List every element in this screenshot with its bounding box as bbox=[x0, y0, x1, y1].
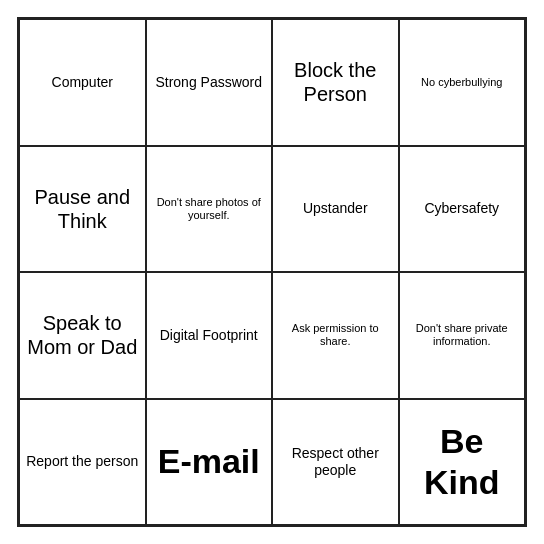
cell-text-r0c0: Computer bbox=[52, 74, 113, 91]
cell-r3c2: Respect other people bbox=[272, 399, 399, 526]
cell-r3c1: E-mail bbox=[146, 399, 273, 526]
cell-r2c0: Speak to Mom or Dad bbox=[19, 272, 146, 399]
cell-text-r0c2: Block the Person bbox=[277, 58, 394, 106]
cell-text-r3c2: Respect other people bbox=[277, 445, 394, 479]
cell-text-r1c1: Don't share photos of yourself. bbox=[151, 196, 268, 222]
cell-r2c1: Digital Footprint bbox=[146, 272, 273, 399]
cell-r0c2: Block the Person bbox=[272, 19, 399, 146]
cell-r1c1: Don't share photos of yourself. bbox=[146, 146, 273, 273]
cell-text-r1c2: Upstander bbox=[303, 200, 368, 217]
cell-text-r0c3: No cyberbullying bbox=[421, 76, 502, 89]
cell-text-r3c1: E-mail bbox=[158, 441, 260, 482]
cell-text-r3c0: Report the person bbox=[26, 453, 138, 470]
cell-r1c3: Cybersafety bbox=[399, 146, 526, 273]
cell-r1c0: Pause and Think bbox=[19, 146, 146, 273]
cell-text-r2c3: Don't share private information. bbox=[404, 322, 521, 348]
cell-r2c3: Don't share private information. bbox=[399, 272, 526, 399]
cell-r2c2: Ask permission to share. bbox=[272, 272, 399, 399]
cell-text-r1c0: Pause and Think bbox=[24, 185, 141, 233]
cell-text-r0c1: Strong Password bbox=[155, 74, 262, 91]
cell-text-r1c3: Cybersafety bbox=[424, 200, 499, 217]
cell-r3c0: Report the person bbox=[19, 399, 146, 526]
cell-text-r2c0: Speak to Mom or Dad bbox=[24, 311, 141, 359]
cell-r1c2: Upstander bbox=[272, 146, 399, 273]
cell-text-r2c2: Ask permission to share. bbox=[277, 322, 394, 348]
cell-r0c3: No cyberbullying bbox=[399, 19, 526, 146]
cell-r3c3: Be Kind bbox=[399, 399, 526, 526]
cell-r0c0: Computer bbox=[19, 19, 146, 146]
cell-text-r3c3: Be Kind bbox=[404, 421, 521, 503]
bingo-board: ComputerStrong PasswordBlock the PersonN… bbox=[17, 17, 527, 527]
cell-r0c1: Strong Password bbox=[146, 19, 273, 146]
cell-text-r2c1: Digital Footprint bbox=[160, 327, 258, 344]
